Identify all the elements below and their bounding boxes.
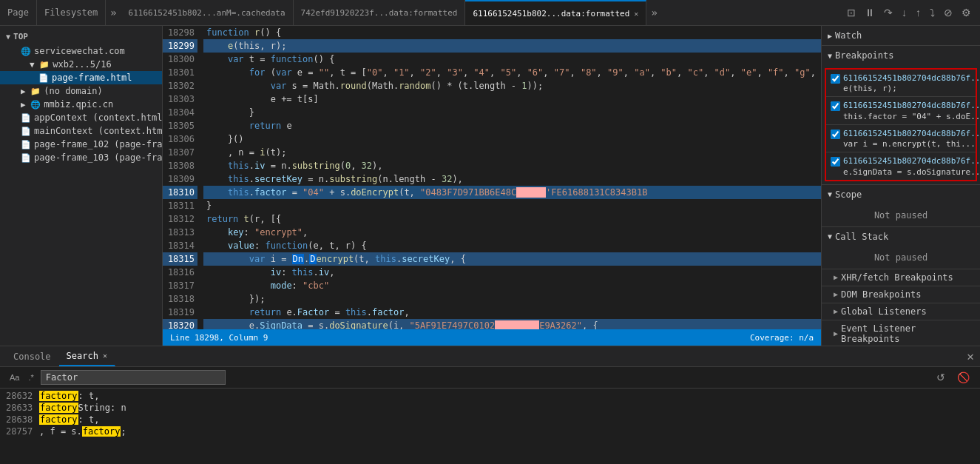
ln-18310: 18310 [163, 186, 197, 199]
search-tab-close[interactable]: ✕ [103, 352, 107, 360]
breakpoint-item-4[interactable]: 61166152451b802704dc88b76f... e.SignData… [826, 152, 976, 179]
breakpoint-checkbox-4[interactable] [831, 157, 840, 167]
breakpoint-checkbox-3[interactable] [831, 130, 840, 139]
breakpoint-checkbox-2[interactable] [831, 101, 840, 111]
sidebar-wxb2-label: wxb2...5/16 [53, 59, 111, 70]
line-numbers: 18298 18299 18300 18301 18302 18303 1830… [163, 26, 203, 329]
event-header[interactable]: ▶ Event Listener Breakpoints [822, 320, 980, 346]
result-line-28638[interactable]: 28638 factory: t, [0, 414, 980, 426]
globe-icon: 🌐 [21, 47, 31, 56]
sidebar-pf102-label: page-frame_102 (page-frame.ht... [34, 139, 162, 149]
step-continue-btn[interactable]: ⤵ [927, 5, 938, 20]
console-tab[interactable]: Console [6, 346, 59, 366]
sidebar-appcontext-label: appContext (context.html) [34, 112, 162, 123]
sidebar-item-no-domain[interactable]: ▶ 📁 (no domain) [0, 84, 162, 98]
deactivate-btn[interactable]: ⊘ [941, 5, 956, 20]
event-section: ▶ Event Listener Breakpoints [822, 320, 980, 346]
breakpoint-item-3[interactable]: 61166152451b802704dc88b76f... var i = n.… [826, 125, 976, 152]
code-content[interactable]: 18298 18299 18300 18301 18302 18303 1830… [163, 26, 821, 329]
search-tab-label: Search [67, 351, 98, 361]
watch-section: ▶ Watch [822, 26, 980, 46]
event-label: Event Listener Breakpoints [841, 323, 968, 344]
bottom-panel-close[interactable]: ✕ [967, 349, 974, 363]
sidebar-item-page-frame-103[interactable]: 📄 page-frame_103 (page-frame.ht... [0, 151, 162, 164]
code-lines: function r() { e(this, r); var t = funct… [203, 26, 821, 329]
code-line-18309: this.secretKey = n.substring(n.length - … [203, 172, 821, 186]
step-over-btn[interactable]: ↷ [881, 5, 896, 20]
code-line-18304: } [203, 106, 821, 119]
search-clear-btn[interactable]: 🚫 [953, 370, 974, 385]
match-case-btn[interactable]: Aa [6, 371, 23, 384]
ln-18308: 18308 [163, 159, 197, 172]
step-into-btn[interactable]: ↓ [899, 5, 910, 20]
ln-18316: 18316 [163, 266, 197, 279]
ln-18313: 18313 [163, 226, 197, 239]
code-line-18300: var t = function() { [203, 53, 821, 66]
breakpoints-header[interactable]: ▼ Breakpoints [822, 46, 980, 65]
sidebar-top-label: top [13, 32, 28, 41]
tab-page-label: Page [7, 7, 29, 18]
event-arrow: ▶ [834, 329, 838, 337]
step-out-btn[interactable]: ↑ [913, 5, 924, 20]
sidebar-item-mmbiz[interactable]: ▶ 🌐 mmbiz.qpic.cn [0, 98, 162, 111]
main-tab-group: Page Filesystem » 61166152451b802...anM=… [0, 0, 662, 25]
code-line-18303: e += t[s] [203, 93, 821, 106]
xhr-header[interactable]: ▶ XHR/fetch Breakpoints [822, 269, 980, 286]
result-line-28632[interactable]: 28632 factory: t, [0, 390, 980, 402]
sidebar-item-page-frame[interactable]: 📄 page-frame.html [0, 71, 162, 84]
toggle-split-btn[interactable]: ⊡ [844, 5, 859, 20]
breakpoints-label: Breakpoints [835, 50, 893, 61]
scope-header[interactable]: ▼ Scope [822, 185, 980, 204]
tab-cachedata[interactable]: 61166152451b802...anM=.cachedata [121, 0, 294, 25]
tab-formatted-2-close[interactable]: ✕ [634, 10, 638, 18]
result-line-28757[interactable]: 28757 , f = s.factory; [0, 426, 980, 437]
tab-formatted-2-label: 61166152451b802...data:formatted [473, 9, 629, 19]
breakpoint-item-1[interactable]: 61166152451b802704dc88b76f... e(this, r)… [826, 70, 976, 97]
breakpoint-checkbox-1[interactable] [831, 74, 840, 84]
global-label: Global Listeners [841, 306, 927, 317]
code-line-18298: function r() { [203, 26, 821, 39]
tab-formatted-1[interactable]: 742efd91920223f...data:formatted [294, 0, 466, 25]
global-header[interactable]: ▶ Global Listeners [822, 303, 980, 320]
regex-btn[interactable]: .* [24, 371, 37, 384]
tab-filesystem[interactable]: Filesystem [37, 0, 106, 25]
search-refresh-btn[interactable]: ↺ [932, 370, 950, 385]
search-tab[interactable]: Search ✕ [59, 346, 115, 366]
bp-code-4: e.SignData = s.doSignature... [843, 167, 980, 177]
callstack-header[interactable]: ▼ Call Stack [822, 227, 980, 246]
ln-18312: 18312 [163, 212, 197, 226]
tab-formatted-2[interactable]: 61166152451b802...data:formatted ✕ [465, 0, 646, 25]
result-highlight-28633: factory [39, 403, 78, 413]
tabs-more-btn-2[interactable]: » [646, 7, 661, 19]
breakpoint-item-2[interactable]: 61166152451b802704dc88b76f... this.facto… [826, 97, 976, 124]
ln-18304: 18304 [163, 106, 197, 119]
scope-label: Scope [835, 189, 862, 200]
tab-page[interactable]: Page [0, 0, 37, 25]
code-line-18318: }); [203, 292, 821, 306]
result-line-28633[interactable]: 28633 factoryString: n [0, 402, 980, 414]
sidebar-item-maincontext[interactable]: 📄 mainContext (context.html) [0, 124, 162, 138]
search-input[interactable] [41, 370, 226, 385]
sidebar-no-domain-label: (no domain) [44, 86, 102, 96]
xhr-section: ▶ XHR/fetch Breakpoints [822, 269, 980, 286]
sidebar-item-servicewechat[interactable]: 🌐 servicewechat.com [0, 44, 162, 58]
dom-header[interactable]: ▶ DOM Breakpoints [822, 286, 980, 303]
code-line-18310: this.factor = "04" + s.doEncrypt(t, "048… [203, 186, 821, 199]
tab-cachedata-label: 61166152451b802...anM=.cachedata [129, 8, 285, 18]
sidebar-item-appcontext[interactable]: 📄 appContext (context.html) [0, 111, 162, 124]
sidebar-header-top[interactable]: ▼ top [0, 29, 162, 44]
editor-status-left: Line 18298, Column 9 [170, 333, 268, 343]
ln-18320: 18320 [163, 319, 197, 329]
breakpoints-section: ▼ Breakpoints 61166152451b802704dc88b76f… [822, 46, 980, 185]
sidebar-item-page-frame-102[interactable]: 📄 page-frame_102 (page-frame.ht... [0, 138, 162, 151]
code-line-18313: key: "encrypt", [203, 226, 821, 239]
pause-btn[interactable]: ⏸ [862, 5, 878, 20]
settings-btn[interactable]: ⚙ [959, 5, 974, 20]
ln-18301: 18301 [163, 66, 197, 79]
tabs-more-btn[interactable]: » [106, 7, 121, 19]
sidebar-item-wxb2[interactable]: ▼ 📁 wxb2...5/16 [0, 58, 162, 71]
code-line-18305: return e [203, 119, 821, 132]
watch-header[interactable]: ▶ Watch [822, 26, 980, 45]
code-line-18314: value: function(e, t, r) { [203, 239, 821, 252]
result-linenum-28638: 28638 [6, 414, 39, 425]
